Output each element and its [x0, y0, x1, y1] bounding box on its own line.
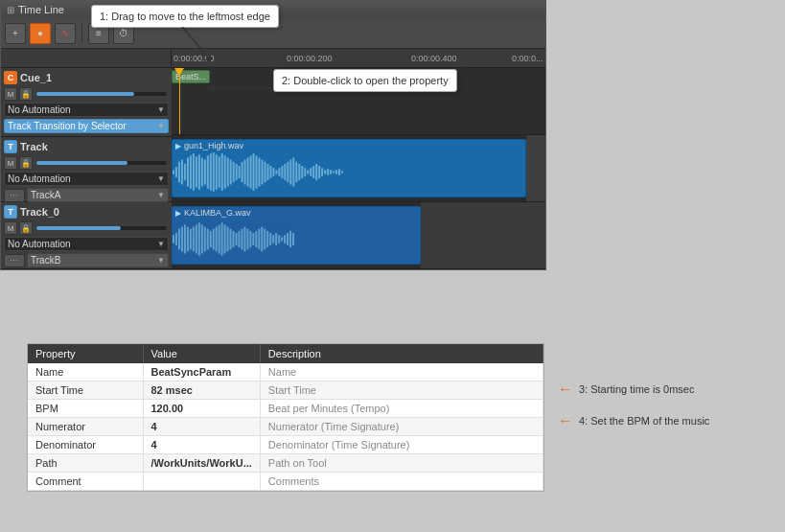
svg-rect-72: [207, 229, 209, 250]
prop-row-0: Name BeatSyncParam Name: [28, 363, 543, 382]
svg-rect-45: [301, 166, 303, 178]
annotation-4: ← 4: Set the BPM of the music: [558, 412, 709, 429]
svg-rect-31: [261, 160, 263, 185]
svg-rect-19: [227, 157, 229, 186]
svg-rect-65: [187, 227, 189, 252]
svg-rect-40: [287, 162, 289, 183]
prop-desc-0: Name: [260, 363, 543, 382]
prop-desc-1: Start Time: [260, 382, 543, 400]
svg-rect-62: [178, 229, 180, 250]
svg-rect-36: [275, 170, 277, 173]
track1-icon: T: [4, 140, 17, 153]
col-property: Property: [28, 344, 143, 363]
svg-rect-79: [227, 227, 229, 252]
property-section: Property Value Description Name BeatSync…: [27, 343, 544, 492]
svg-rect-80: [230, 229, 232, 250]
svg-rect-12: [207, 155, 209, 188]
svg-rect-41: [289, 160, 291, 185]
track0-clip[interactable]: ▶ KALIMBA_G.wav: [172, 206, 421, 265]
track0-selector[interactable]: TrackB ▼: [27, 253, 169, 267]
window-icon: ⊞: [7, 5, 14, 15]
ruler-mark-0: 0:00:00.00: [173, 54, 215, 63]
prop-name-4: Denominator: [28, 436, 143, 454]
svg-rect-64: [184, 224, 186, 253]
record-button[interactable]: ●: [30, 23, 51, 44]
lock-icon[interactable]: 🔒: [19, 87, 33, 101]
svg-rect-23: [239, 166, 241, 178]
svg-rect-71: [204, 227, 206, 252]
svg-rect-52: [321, 168, 323, 176]
track1-label: Track: [20, 141, 48, 152]
cue-icon: C: [4, 71, 17, 84]
timeline-window: ⊞ Time Line + ● ∿ ≡ ⏱ C Cue_1 M 🔒: [0, 0, 546, 270]
track0-slider[interactable]: [36, 226, 167, 230]
svg-rect-39: [284, 164, 286, 180]
cue1-slider[interactable]: [36, 92, 167, 96]
svg-rect-53: [324, 170, 326, 173]
cue1-header: C Cue_1 M 🔒 No Automation ▼ Track Transi…: [1, 68, 172, 137]
prop-row-5: Path /WorkUnits/WorkU... Path on Tool: [28, 454, 543, 473]
col-description: Description: [260, 344, 543, 363]
svg-rect-87: [249, 231, 251, 247]
track1-lock[interactable]: 🔒: [19, 156, 33, 170]
wave-button[interactable]: ∿: [55, 23, 76, 44]
cue1-selector[interactable]: Track Transition by Selector ▼: [4, 119, 169, 133]
annotation-4-text: 4: Set the BPM of the music: [579, 415, 709, 427]
svg-rect-77: [221, 222, 223, 255]
prop-name-6: Comment: [28, 473, 143, 491]
svg-rect-57: [335, 170, 337, 173]
track1-mute[interactable]: M: [4, 156, 17, 170]
svg-rect-90: [258, 229, 260, 250]
playhead[interactable]: [179, 68, 180, 134]
cue1-automation[interactable]: No Automation ▼: [4, 103, 169, 117]
svg-rect-92: [264, 229, 266, 250]
svg-rect-5: [187, 157, 189, 186]
svg-rect-58: [338, 169, 340, 174]
svg-rect-7: [193, 153, 195, 191]
track0-dots[interactable]: ···: [4, 254, 25, 267]
track1-dots[interactable]: ···: [4, 189, 25, 202]
track0-lock[interactable]: 🔒: [19, 221, 33, 235]
svg-rect-85: [243, 227, 245, 252]
track1-selector[interactable]: TrackA ▼: [27, 188, 169, 202]
mute-icon[interactable]: M: [4, 87, 17, 101]
track1-automation[interactable]: No Automation ▼: [4, 172, 169, 186]
toolbar-separator-1: [81, 24, 82, 43]
prop-desc-5: Path on Tool: [260, 454, 543, 473]
svg-rect-0: [173, 170, 174, 173]
track0-controls: M 🔒: [4, 221, 169, 235]
svg-rect-86: [246, 229, 248, 250]
svg-rect-46: [304, 168, 306, 176]
svg-rect-60: [173, 235, 174, 243]
track1-clip-label: gun1_High.wav: [184, 141, 243, 150]
track0-mute[interactable]: M: [4, 221, 17, 235]
prop-name-3: Numerator: [28, 418, 143, 436]
window-title: Time Line: [18, 4, 64, 15]
prop-value-6: [143, 473, 260, 491]
svg-rect-48: [310, 168, 312, 176]
track1-clip[interactable]: ▶ gun1_High.wav: [172, 139, 526, 197]
svg-rect-17: [221, 153, 223, 191]
svg-rect-9: [198, 154, 200, 190]
add-button[interactable]: +: [5, 23, 26, 44]
svg-rect-78: [224, 224, 226, 253]
track1-body: ▶ gun1_High.wav: [172, 135, 545, 202]
track1-slider[interactable]: [36, 161, 167, 165]
svg-rect-74: [213, 229, 215, 250]
svg-rect-43: [295, 162, 297, 183]
svg-rect-30: [259, 157, 261, 186]
track0-waveform: [173, 219, 420, 260]
prop-value-1: 82 msec: [143, 382, 260, 400]
cue1-controls: M 🔒: [4, 87, 169, 101]
svg-rect-42: [292, 157, 294, 186]
svg-rect-75: [216, 227, 218, 252]
svg-rect-76: [219, 224, 220, 253]
property-table: Property Value Description Name BeatSync…: [28, 344, 543, 491]
track1-header: T Track M 🔒 No Automation ▼ ···: [1, 137, 172, 202]
svg-rect-38: [281, 166, 283, 178]
svg-rect-73: [210, 231, 212, 247]
svg-rect-44: [298, 164, 300, 180]
svg-rect-10: [201, 157, 203, 186]
svg-rect-54: [327, 169, 329, 174]
track0-automation[interactable]: No Automation ▼: [4, 237, 169, 251]
